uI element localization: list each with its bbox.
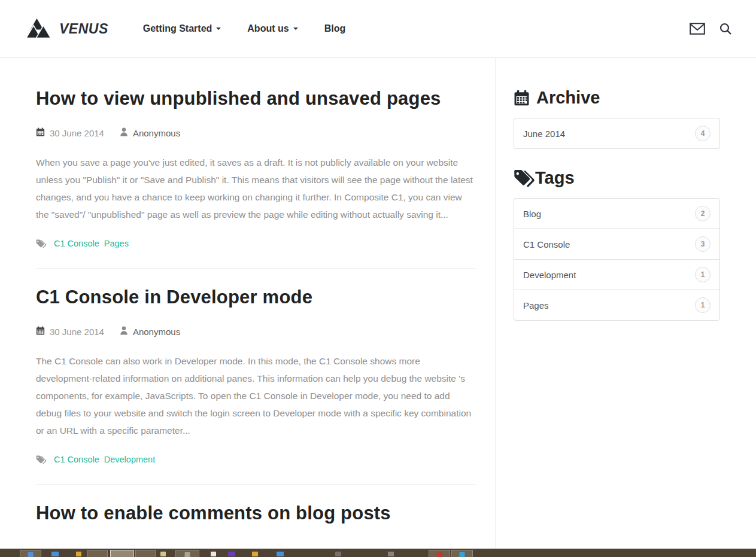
brand[interactable]: VENUS xyxy=(27,17,108,41)
tag-item-blog[interactable]: Blog 2 xyxy=(514,199,719,229)
post-title[interactable]: How to view unpublished and unsaved page… xyxy=(36,88,476,109)
taskbar-window-button[interactable] xyxy=(429,550,450,557)
post-meta: 30 June 2014 Anonymous xyxy=(36,326,476,337)
taskbar-window-button[interactable] xyxy=(175,550,199,557)
post-tag-link[interactable]: C1 Console xyxy=(54,455,99,464)
taskbar-window-button[interactable] xyxy=(135,550,156,557)
venus-logo-icon xyxy=(27,17,53,41)
post-author: Anonymous xyxy=(120,127,180,138)
taskbar-window-button[interactable] xyxy=(451,550,473,557)
taskbar-button-icon xyxy=(460,552,465,557)
tags-icon xyxy=(514,169,535,187)
main-nav: Getting Started About us Blog xyxy=(143,23,345,34)
taskbar-icon[interactable] xyxy=(76,552,81,556)
nav-label: About us xyxy=(247,23,289,34)
blog-post: C1 Console in Developer mode xyxy=(36,287,476,485)
count-badge: 1 xyxy=(695,297,711,313)
tag-item-label: Development xyxy=(523,270,576,280)
count-badge: 2 xyxy=(695,206,711,221)
sidebar: Archive June 2014 4 Tags xyxy=(495,58,756,557)
tags-list: Blog 2 C1 Console 3 Development 1 Pages … xyxy=(514,198,720,321)
tags-title: Tags xyxy=(535,168,575,188)
archive-section: Archive June 2014 4 xyxy=(514,88,720,149)
taskbar-icon[interactable] xyxy=(228,552,235,556)
calendar-icon xyxy=(36,127,45,138)
post-author-text: Anonymous xyxy=(133,128,180,138)
nav-item-blog[interactable]: Blog xyxy=(324,23,346,34)
archive-item-label: June 2014 xyxy=(523,129,565,139)
tags-icon xyxy=(36,239,47,248)
post-date-text: 30 June 2014 xyxy=(50,128,104,138)
tag-item-label: Blog xyxy=(523,209,541,219)
archive-heading: Archive xyxy=(514,88,720,108)
tag-item-label: Pages xyxy=(523,300,549,311)
post-date: 30 June 2014 xyxy=(36,127,104,138)
post-title[interactable]: C1 Console in Developer mode xyxy=(36,287,476,308)
nav-label: Blog xyxy=(324,23,346,34)
blog-post: How to enable comments on blog posts xyxy=(36,503,476,524)
taskbar-icon[interactable] xyxy=(252,552,258,556)
blog-post: How to view unpublished and unsaved page… xyxy=(36,88,476,269)
count-badge: 1 xyxy=(695,267,711,282)
os-taskbar[interactable] xyxy=(0,549,756,557)
taskbar-icon[interactable] xyxy=(211,552,216,556)
archive-title: Archive xyxy=(536,88,600,108)
taskbar-icon[interactable] xyxy=(335,552,341,556)
tag-item-c1-console[interactable]: C1 Console 3 xyxy=(514,229,719,259)
nav-label: Getting Started xyxy=(143,23,212,34)
tag-item-development[interactable]: Development 1 xyxy=(514,259,719,290)
taskbar-window-button[interactable] xyxy=(87,550,108,557)
post-tags: C1 Console Development xyxy=(36,455,476,464)
post-tags: C1 Console Pages xyxy=(36,239,476,248)
taskbar-icon[interactable] xyxy=(388,552,394,556)
page-body: How to view unpublished and unsaved page… xyxy=(0,58,756,557)
nav-item-getting-started[interactable]: Getting Started xyxy=(143,23,221,34)
post-excerpt: When you save a page you've just edited,… xyxy=(36,154,476,223)
count-badge: 3 xyxy=(695,236,711,252)
taskbar-icon[interactable] xyxy=(51,552,59,556)
taskbar-window-button-active[interactable] xyxy=(110,550,134,557)
tags-heading: Tags xyxy=(514,168,720,188)
caret-down-icon xyxy=(293,28,298,32)
caret-down-icon xyxy=(216,28,221,32)
taskbar-icon[interactable] xyxy=(277,552,284,556)
archive-list: June 2014 4 xyxy=(514,118,720,149)
header-icons xyxy=(690,23,732,35)
taskbar-button-icon xyxy=(185,552,190,557)
post-date: 30 June 2014 xyxy=(36,326,104,337)
post-separator xyxy=(36,484,476,485)
site-header: VENUS Getting Started About us Blog xyxy=(0,0,756,58)
person-icon xyxy=(120,326,128,337)
mail-icon[interactable] xyxy=(690,23,705,35)
post-tag-link[interactable]: C1 Console xyxy=(54,239,99,248)
taskbar-window-button[interactable] xyxy=(20,550,41,557)
nav-item-about-us[interactable]: About us xyxy=(247,23,297,34)
blog-post-list: How to view unpublished and unsaved page… xyxy=(0,58,495,557)
post-tag-link[interactable]: Development xyxy=(104,455,155,464)
post-date-text: 30 June 2014 xyxy=(50,327,104,337)
post-author: Anonymous xyxy=(120,326,180,337)
search-icon[interactable] xyxy=(719,23,732,35)
brand-name: VENUS xyxy=(59,21,108,37)
taskbar-icon[interactable] xyxy=(160,552,166,556)
taskbar-button-icon xyxy=(437,552,442,557)
post-tag-link[interactable]: Pages xyxy=(104,239,129,248)
person-icon xyxy=(120,127,128,138)
post-author-text: Anonymous xyxy=(133,327,180,337)
tag-item-label: C1 Console xyxy=(523,239,570,249)
calendar-icon xyxy=(36,326,45,337)
archive-item-june-2014[interactable]: June 2014 4 xyxy=(514,118,719,148)
post-meta: 30 June 2014 Anonymous xyxy=(36,127,476,138)
tags-icon xyxy=(36,455,47,464)
tag-item-pages[interactable]: Pages 1 xyxy=(514,290,719,320)
calendar-icon xyxy=(514,90,530,106)
post-title[interactable]: How to enable comments on blog posts xyxy=(36,503,476,524)
post-separator xyxy=(36,268,476,269)
count-badge: 4 xyxy=(695,126,711,141)
tags-section: Tags Blog 2 C1 Console 3 Development 1 P… xyxy=(514,168,720,321)
post-excerpt: The C1 Console can also work in Develope… xyxy=(36,352,476,439)
taskbar-button-icon xyxy=(28,552,34,557)
